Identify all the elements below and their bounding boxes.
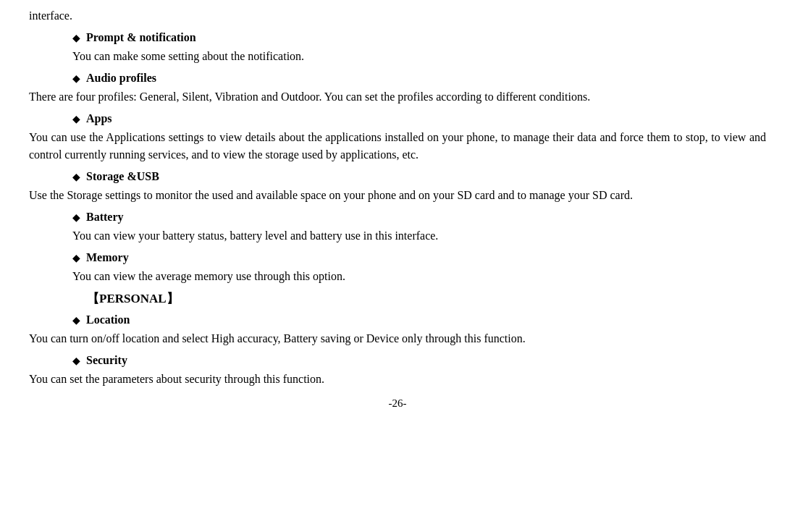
intro-line: interface.	[29, 7, 766, 25]
section-prompt-notification: ◆ Prompt & notification You can make som…	[29, 29, 766, 65]
title-memory: Memory	[86, 249, 129, 266]
body-apps: You can use the Applications settings to…	[29, 129, 766, 164]
diamond-icon-memory: ◆	[72, 250, 80, 266]
section-location: ◆ Location You can turn on/off location …	[29, 311, 766, 347]
page-number: -26-	[29, 395, 766, 412]
title-apps: Apps	[86, 110, 112, 127]
body-security: You can set the parameters about securit…	[29, 371, 766, 388]
section-battery: ◆ Battery You can view your battery stat…	[29, 208, 766, 245]
heading-location: ◆ Location	[72, 311, 766, 329]
heading-battery: ◆ Battery	[72, 208, 766, 226]
heading-memory: ◆ Memory	[72, 249, 766, 266]
body-prompt-notification: You can make some setting about the noti…	[72, 48, 766, 65]
title-audio-profiles: Audio profiles	[86, 69, 156, 87]
body-location: You can turn on/off location and select …	[29, 330, 766, 347]
title-security: Security	[86, 352, 127, 369]
section-apps: ◆ Apps You can use the Applications sett…	[29, 110, 766, 164]
diamond-icon-apps: ◆	[72, 111, 80, 127]
body-storage-usb: Use the Storage settings to monitor the …	[29, 187, 766, 204]
title-battery: Battery	[86, 208, 124, 226]
title-location: Location	[86, 311, 130, 329]
heading-storage-usb: ◆ Storage &USB	[72, 168, 766, 185]
personal-heading: 【PERSONAL】	[87, 290, 766, 308]
section-security: ◆ Security You can set the parameters ab…	[29, 352, 766, 388]
body-audio-profiles: There are four profiles: General, Silent…	[29, 88, 766, 106]
diamond-icon-prompt: ◆	[72, 30, 80, 46]
diamond-icon-battery: ◆	[72, 210, 80, 225]
diamond-icon-storage: ◆	[72, 169, 80, 185]
page-content: interface. ◆ Prompt & notification You c…	[29, 7, 766, 411]
title-prompt-notification: Prompt & notification	[86, 29, 196, 46]
body-memory: You can view the average memory use thro…	[72, 268, 766, 285]
heading-security: ◆ Security	[72, 352, 766, 369]
diamond-icon-audio: ◆	[72, 71, 80, 86]
intro-text: interface.	[29, 9, 72, 22]
heading-audio-profiles: ◆ Audio profiles	[72, 69, 766, 87]
section-audio-profiles: ◆ Audio profiles There are four profiles…	[29, 69, 766, 106]
body-battery: You can view your battery status, batter…	[72, 227, 766, 245]
title-storage-usb: Storage &USB	[86, 168, 159, 185]
diamond-icon-security: ◆	[72, 353, 80, 368]
heading-apps: ◆ Apps	[72, 110, 766, 127]
heading-prompt-notification: ◆ Prompt & notification	[72, 29, 766, 46]
diamond-icon-location: ◆	[72, 313, 80, 328]
section-storage-usb: ◆ Storage &USB Use the Storage settings …	[29, 168, 766, 204]
section-memory: ◆ Memory You can view the average memory…	[29, 249, 766, 285]
